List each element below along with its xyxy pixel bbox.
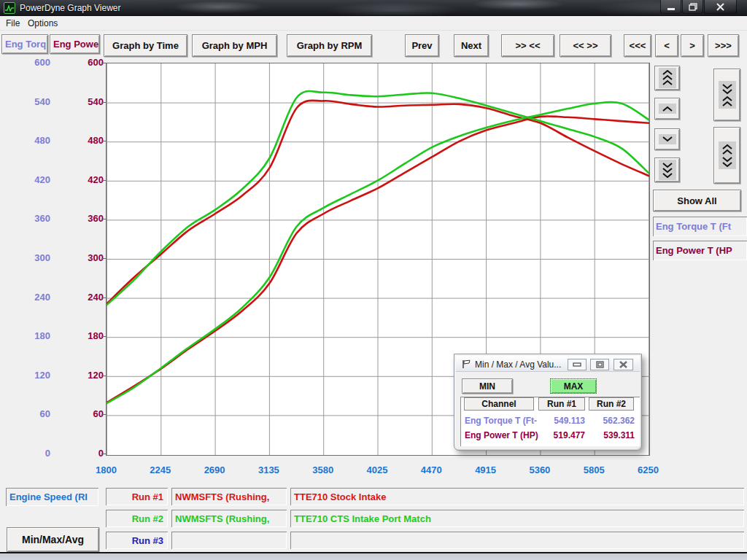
triple-down-chevron-icon (659, 160, 676, 180)
minmax-row-power-run1: 519.477 (538, 430, 585, 440)
x-channel-label[interactable]: Engine Speed (RI (6, 488, 98, 506)
column-header-run1[interactable]: Run #1 (538, 397, 585, 411)
y-axis-label-torque: 300 (21, 252, 50, 263)
run1-desc-field: TTE710 Stock Intake (290, 488, 744, 505)
y-axis-label-power: 180 (74, 330, 104, 341)
powerdyne-window: PowerDyne Graph Viewer File Options Eng … (0, 0, 747, 560)
expand-chevrons-icon (719, 141, 736, 169)
y-axis-label-torque: 600 (21, 57, 50, 68)
y-axis-tick (101, 219, 106, 219)
flag-icon (462, 359, 471, 369)
minimize-icon[interactable] (660, 0, 681, 14)
y-axis-label-power: 360 (74, 213, 104, 224)
powerdyne-app-icon (4, 2, 15, 14)
y-axis-label-power: 0 (74, 448, 104, 459)
next-button[interactable]: Next (454, 34, 489, 57)
minmax-row-torque-run1: 549.113 (538, 416, 585, 426)
y-axis-tick (101, 298, 106, 298)
scroll-right-fast-button[interactable]: >>> (708, 34, 739, 57)
channel-tab-power[interactable]: Eng Powe (50, 34, 100, 54)
y-axis-label-power: 60 (74, 408, 104, 419)
y-axis-tick (101, 258, 106, 259)
run2-label: Run #2 (106, 510, 168, 527)
column-header-channel[interactable]: Channel (464, 397, 534, 411)
y-axis-tick (101, 454, 106, 454)
desktop-bottom-strip (0, 552, 747, 560)
scroll-right-button[interactable]: > (681, 34, 704, 57)
min-button[interactable]: MIN (462, 378, 513, 394)
y-axis-tick (101, 63, 106, 63)
graph-by-rpm-button[interactable]: Graph by RPM (287, 34, 372, 57)
channel-tab-torque[interactable]: Eng Torq (1, 34, 48, 54)
y-axis-label-torque: 480 (21, 135, 50, 146)
minmax-avg-button[interactable]: Min/Max/Avg (7, 527, 99, 552)
minmax-row-power-run2: 539.311 (589, 430, 635, 440)
x-axis-label: 4470 (421, 464, 442, 475)
x-axis-label: 5805 (584, 464, 605, 475)
x-axis-label: 4915 (475, 464, 496, 475)
window-title: PowerDyne Graph Viewer (20, 3, 121, 13)
graph-by-mph-button[interactable]: Graph by MPH (192, 34, 277, 57)
y-axis-tick (101, 180, 106, 181)
x-axis-label: 2245 (150, 464, 171, 475)
max-button[interactable]: MAX (550, 378, 597, 394)
minmax-titlebar[interactable]: Min / Max / Avg Valu... (456, 356, 640, 372)
y-axis-label-torque: 240 (21, 292, 50, 303)
run3-desc-field (290, 532, 744, 549)
expand-x-button[interactable]: << >> (560, 34, 611, 57)
y-axis-label-torque: 360 (21, 213, 50, 224)
scale-down-button[interactable] (654, 128, 680, 150)
down-chevron-icon (659, 134, 676, 144)
y-axis-tick (101, 376, 106, 376)
triple-up-chevron-icon (659, 68, 676, 88)
minmax-restore-icon[interactable] (590, 359, 609, 370)
y-axis-label-power: 300 (74, 252, 104, 263)
x-axis-label: 4025 (367, 464, 388, 475)
scale-up-button[interactable] (654, 98, 680, 120)
y-axis-label-power: 480 (74, 135, 104, 146)
scroll-left-button[interactable]: < (655, 34, 678, 57)
y-axis-label-power: 420 (74, 174, 104, 185)
up-chevron-icon (659, 104, 676, 114)
menu-item-file[interactable]: File (6, 18, 20, 28)
torque-channel-label[interactable]: Eng Torque T (Ft (653, 217, 747, 236)
prev-button[interactable]: Prev (405, 34, 439, 57)
run2-file-field: NWMSFTS (Rushing, (171, 510, 287, 527)
y-axis-tick (101, 141, 106, 141)
y-axis-label-power: 120 (74, 370, 104, 381)
scale-down-fast-button[interactable] (654, 158, 680, 182)
graph-by-time-button[interactable]: Graph by Time (104, 34, 187, 57)
x-axis-label: 2690 (204, 464, 225, 475)
y-axis-label-torque: 180 (21, 330, 50, 341)
compress-y-button[interactable] (713, 69, 740, 121)
expand-y-button[interactable] (713, 127, 740, 184)
minmax-row-torque-channel: Eng Torque T (Ft- (465, 416, 537, 426)
y-axis-label-torque: 420 (21, 174, 50, 185)
minmax-close-icon[interactable] (614, 359, 633, 370)
show-all-button[interactable]: Show All (653, 190, 741, 211)
minmax-window-title: Min / Max / Avg Valu... (475, 359, 561, 370)
y-axis-label-torque: 0 (21, 448, 50, 459)
run1-file-field: NWMSFTS (Rushing, (171, 488, 287, 505)
x-axis-label: 3580 (312, 464, 333, 475)
column-header-run2[interactable]: Run #2 (589, 397, 634, 411)
compress-x-button[interactable]: >> << (501, 34, 554, 57)
menu-item-options[interactable]: Options (28, 18, 58, 28)
scroll-left-fast-button[interactable]: <<< (624, 34, 651, 57)
y-axis-label-power: 540 (74, 96, 104, 107)
titlebar[interactable]: PowerDyne Graph Viewer (0, 0, 747, 16)
y-axis-label-torque: 60 (21, 408, 50, 419)
maximize-icon[interactable] (682, 0, 703, 14)
power-channel-label[interactable]: Eng Power T (HP (653, 241, 747, 260)
run3-file-field (171, 532, 287, 549)
minmax-minimize-icon[interactable] (568, 359, 587, 370)
close-icon[interactable] (704, 0, 737, 14)
scale-up-fast-button[interactable] (654, 66, 680, 90)
run1-label: Run #1 (106, 488, 168, 505)
x-axis-label: 3135 (258, 464, 279, 475)
y-axis-tick (101, 336, 106, 337)
collapse-chevrons-icon (719, 81, 736, 109)
y-axis-label-power: 600 (74, 57, 104, 68)
minmax-row-torque-run2: 562.362 (589, 416, 635, 426)
y-axis-label-torque: 120 (21, 370, 50, 381)
